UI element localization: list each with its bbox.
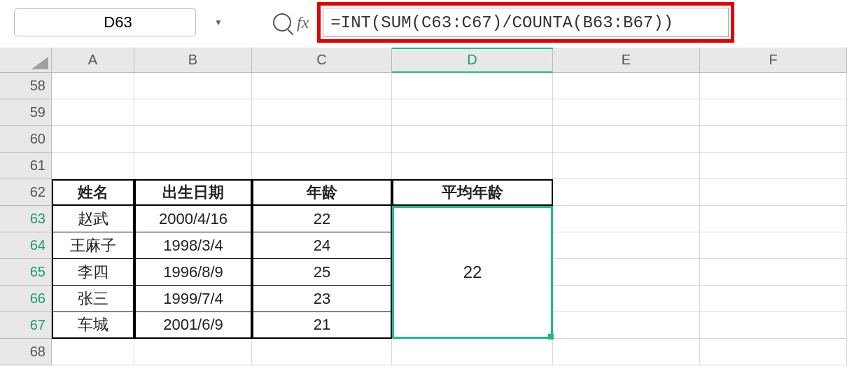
cell-age[interactable]: 24 xyxy=(252,232,392,259)
cell-birthdate[interactable]: 2000/4/16 xyxy=(134,206,252,232)
cell[interactable] xyxy=(553,206,700,232)
cell-birthdate[interactable]: 2001/6/9 xyxy=(134,312,252,339)
cell[interactable] xyxy=(700,179,847,206)
cell[interactable] xyxy=(252,99,392,126)
name-box[interactable]: ▼ xyxy=(14,8,196,36)
cell-age[interactable]: 21 xyxy=(252,312,392,339)
cell-birthdate[interactable]: 1998/3/4 xyxy=(134,232,252,259)
cell[interactable] xyxy=(700,286,847,312)
fx-icon[interactable]: fx xyxy=(297,13,309,32)
name-box-input[interactable] xyxy=(22,13,214,31)
cell-name[interactable]: 赵武 xyxy=(52,206,134,232)
header-age[interactable]: 年龄 xyxy=(252,179,392,206)
cell[interactable] xyxy=(252,153,392,179)
col-header-d[interactable]: D xyxy=(392,48,553,73)
row-header[interactable]: 63 xyxy=(0,206,52,232)
fx-section: fx =INT(SUM(C63:C67)/COUNTA(B63:B67)) xyxy=(273,2,734,43)
cell[interactable] xyxy=(52,73,134,99)
row-header[interactable]: 66 xyxy=(0,286,52,312)
cell[interactable] xyxy=(252,339,392,365)
cell[interactable] xyxy=(553,339,700,365)
cell[interactable] xyxy=(700,259,847,286)
cell[interactable] xyxy=(392,99,553,126)
cell[interactable] xyxy=(700,206,847,232)
cell-birthdate[interactable]: 1999/7/4 xyxy=(134,286,252,312)
cell[interactable] xyxy=(553,312,700,339)
cells-area: 姓名 出生日期 年龄 平均年龄 赵武 2000/4/16 22 王麻子 1998… xyxy=(52,73,847,365)
cell[interactable] xyxy=(553,179,700,206)
cell[interactable] xyxy=(134,153,252,179)
row-header[interactable]: 68 xyxy=(0,339,52,365)
cell[interactable] xyxy=(700,232,847,259)
cell-name[interactable]: 张三 xyxy=(52,286,134,312)
row-header[interactable]: 58 xyxy=(0,73,52,99)
header-birthdate[interactable]: 出生日期 xyxy=(134,179,252,206)
column-d-selection-line xyxy=(392,48,553,49)
cell[interactable] xyxy=(553,73,700,99)
cell-age[interactable]: 25 xyxy=(252,259,392,286)
cell[interactable] xyxy=(134,99,252,126)
formula-input[interactable]: =INT(SUM(C63:C67)/COUNTA(B63:B67)) xyxy=(323,8,729,37)
row-header[interactable]: 59 xyxy=(0,99,52,126)
row-header[interactable]: 61 xyxy=(0,153,52,179)
col-header-e[interactable]: E xyxy=(553,48,700,73)
active-merged-cell-d63[interactable]: 22 xyxy=(392,206,553,339)
cell[interactable] xyxy=(553,153,700,179)
row-headers: 58 59 60 61 62 63 64 65 66 67 68 xyxy=(0,73,52,365)
cell[interactable] xyxy=(700,99,847,126)
cell-age[interactable]: 23 xyxy=(252,286,392,312)
cell[interactable] xyxy=(553,232,700,259)
cell[interactable] xyxy=(252,126,392,153)
col-header-a[interactable]: A xyxy=(52,48,134,73)
row-header[interactable]: 67 xyxy=(0,312,52,339)
column-headers: A B C D E F xyxy=(52,48,847,73)
cell[interactable] xyxy=(700,153,847,179)
cell-name[interactable]: 车城 xyxy=(52,312,134,339)
cell[interactable] xyxy=(252,73,392,99)
cell[interactable] xyxy=(52,153,134,179)
cell[interactable] xyxy=(700,73,847,99)
header-avg-age[interactable]: 平均年龄 xyxy=(392,179,553,206)
cell[interactable] xyxy=(134,73,252,99)
cell[interactable] xyxy=(52,99,134,126)
cell[interactable] xyxy=(553,99,700,126)
cell-name[interactable]: 李四 xyxy=(52,259,134,286)
col-header-b[interactable]: B xyxy=(134,48,252,73)
row-header[interactable]: 64 xyxy=(0,232,52,259)
cell[interactable] xyxy=(392,153,553,179)
cell[interactable] xyxy=(134,126,252,153)
header-name[interactable]: 姓名 xyxy=(52,179,134,206)
cell[interactable] xyxy=(700,126,847,153)
cell[interactable] xyxy=(392,339,553,365)
cell-age[interactable]: 22 xyxy=(252,206,392,232)
row-header[interactable]: 65 xyxy=(0,259,52,286)
cell[interactable] xyxy=(553,286,700,312)
cell[interactable] xyxy=(392,73,553,99)
cell[interactable] xyxy=(52,126,134,153)
search-icon[interactable] xyxy=(273,13,291,31)
row-header[interactable]: 60 xyxy=(0,126,52,153)
cell[interactable] xyxy=(52,339,134,365)
cell[interactable] xyxy=(134,339,252,365)
cell[interactable] xyxy=(392,126,553,153)
col-header-c[interactable]: C xyxy=(252,48,392,73)
cell[interactable] xyxy=(553,259,700,286)
formula-bar-area: ▼ fx =INT(SUM(C63:C67)/COUNTA(B63:B67)) xyxy=(0,0,868,45)
cell[interactable] xyxy=(700,312,847,339)
chevron-down-icon[interactable]: ▼ xyxy=(214,18,223,27)
col-header-f[interactable]: F xyxy=(700,48,847,73)
cell[interactable] xyxy=(700,339,847,365)
cell-name[interactable]: 王麻子 xyxy=(52,232,134,259)
row-header[interactable]: 62 xyxy=(0,179,52,206)
select-all-corner[interactable] xyxy=(0,48,52,73)
cell-birthdate[interactable]: 1996/8/9 xyxy=(134,259,252,286)
formula-highlight-box: =INT(SUM(C63:C67)/COUNTA(B63:B67)) xyxy=(317,2,734,43)
cell[interactable] xyxy=(553,126,700,153)
